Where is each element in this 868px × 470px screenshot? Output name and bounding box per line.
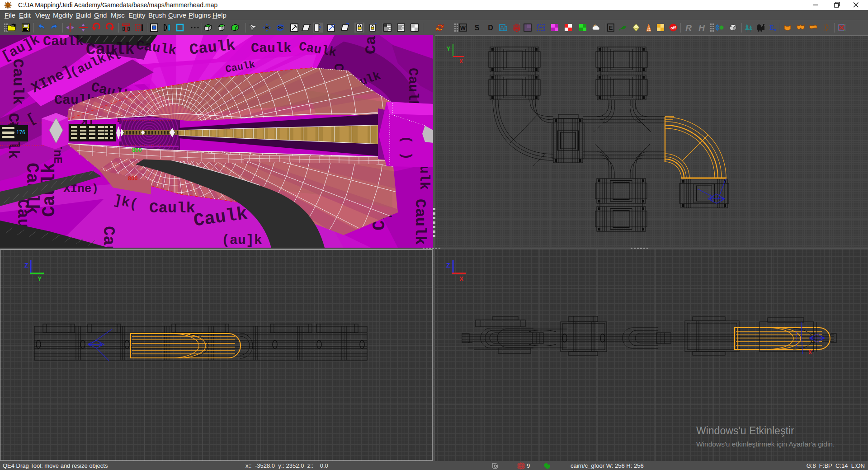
svg-text:Caulk: Caulk <box>251 41 292 56</box>
svg-text:800: 800 <box>128 175 138 182</box>
svg-text:Caulk: Caulk <box>411 199 429 245</box>
svg-text:Caulk: Caulk <box>9 59 26 105</box>
svg-text:R: R <box>685 23 692 33</box>
svg-text:800: 800 <box>132 146 142 153</box>
svg-text:W: W <box>460 24 466 31</box>
svg-text:(au]k: (au]k <box>222 233 262 248</box>
svg-text:X: X <box>808 349 812 356</box>
svg-text:Windows'u etkinleştirmek için: Windows'u etkinleştirmek için Ayarlar'a … <box>696 440 835 448</box>
svg-text:( ): ( ) <box>398 136 414 160</box>
svg-text:off: off <box>670 26 676 30</box>
svg-text:Caulk: Caulk <box>43 35 84 49</box>
svg-text:Caulk: Caulk <box>149 200 195 217</box>
svg-text:Caulk: Caulk <box>99 226 118 248</box>
svg-text:Windows'u Etkinleştir: Windows'u Etkinleştir <box>696 425 794 437</box>
svg-text:X: X <box>459 58 463 65</box>
svg-text:Z: Z <box>24 262 28 269</box>
svg-text:Caulk: Caulk <box>405 68 420 108</box>
svg-text:176: 176 <box>16 129 25 136</box>
svg-text:D: D <box>488 24 493 32</box>
svg-text:Caulk: Caulk <box>363 35 380 54</box>
svg-text:S: S <box>475 24 480 32</box>
svg-text:X: X <box>459 275 464 282</box>
svg-text:E: E <box>769 24 774 31</box>
svg-text:H: H <box>698 23 705 33</box>
svg-text:Y: Y <box>38 275 42 282</box>
svg-text:Z: Z <box>446 262 450 269</box>
svg-text:E: E <box>609 24 613 31</box>
svg-text:Y: Y <box>447 46 450 52</box>
